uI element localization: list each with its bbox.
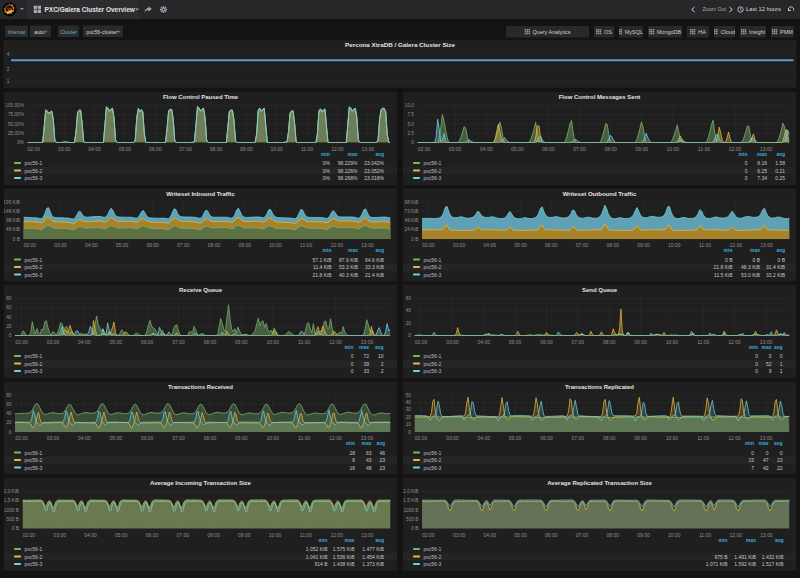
svg-text:11:00: 11:00 xyxy=(300,242,312,248)
svg-text:50: 50 xyxy=(406,393,412,398)
svg-text:0%: 0% xyxy=(323,168,331,174)
svg-text:1.477 KiB: 1.477 KiB xyxy=(362,546,384,552)
svg-text:03:00: 03:00 xyxy=(47,435,60,441)
svg-text:49 KiB: 49 KiB xyxy=(405,218,419,223)
svg-text:max: max xyxy=(761,344,771,350)
svg-text:60: 60 xyxy=(6,402,12,407)
svg-text:08:00: 08:00 xyxy=(210,146,223,152)
svg-text:pxc56-2: pxc56-2 xyxy=(424,457,442,463)
svg-text:0%: 0% xyxy=(323,175,331,181)
svg-text:20: 20 xyxy=(6,420,12,425)
svg-text:min: min xyxy=(345,344,354,350)
svg-text:pxc56-3: pxc56-3 xyxy=(25,272,43,278)
svg-text:08:00: 08:00 xyxy=(204,339,217,345)
svg-text:pxc56-2: pxc56-2 xyxy=(424,554,442,560)
svg-text:11:00: 11:00 xyxy=(697,339,709,345)
svg-text:03:00: 03:00 xyxy=(446,435,459,441)
svg-text:21.4 KiB: 21.4 KiB xyxy=(365,272,385,278)
svg-text:pxc56-1: pxc56-1 xyxy=(424,160,442,166)
svg-text:2.5: 2.5 xyxy=(407,131,414,136)
svg-text:09:00: 09:00 xyxy=(238,242,251,248)
svg-text:0: 0 xyxy=(351,353,354,359)
svg-text:12:00: 12:00 xyxy=(331,146,344,152)
svg-text:0: 0 xyxy=(411,140,414,145)
svg-text:min: min xyxy=(745,440,754,446)
svg-text:4: 4 xyxy=(7,52,10,57)
svg-text:12:00: 12:00 xyxy=(728,339,741,345)
svg-text:05:00: 05:00 xyxy=(109,435,122,441)
svg-text:07:00: 07:00 xyxy=(172,339,185,345)
svg-text:13:00: 13:00 xyxy=(361,242,374,248)
svg-text:03:00: 03:00 xyxy=(54,242,67,248)
svg-text:max: max xyxy=(359,344,369,350)
svg-text:98.268%: 98.268% xyxy=(338,175,358,181)
svg-text:21.8 KiB: 21.8 KiB xyxy=(714,264,734,270)
svg-text:min: min xyxy=(749,344,758,350)
svg-text:1.575 KiB: 1.575 KiB xyxy=(333,546,355,552)
svg-text:03:00: 03:00 xyxy=(53,532,66,538)
svg-text:07:00: 07:00 xyxy=(572,435,585,441)
svg-text:pxc56-1: pxc56-1 xyxy=(424,257,442,263)
svg-text:40: 40 xyxy=(6,315,12,320)
svg-text:23.052%: 23.052% xyxy=(364,168,384,174)
svg-text:13:00: 13:00 xyxy=(760,242,773,248)
svg-text:10:00: 10:00 xyxy=(666,435,679,441)
svg-text:avg: avg xyxy=(376,440,385,446)
svg-text:11:00: 11:00 xyxy=(698,146,710,152)
svg-text:pxc56-2: pxc56-2 xyxy=(25,168,43,174)
svg-text:31.4 KiB: 31.4 KiB xyxy=(766,264,786,270)
svg-text:195 KiB: 195 KiB xyxy=(4,200,20,205)
svg-text:09:00: 09:00 xyxy=(235,435,248,441)
svg-text:pxc56-1: pxc56-1 xyxy=(25,257,43,263)
svg-text:11:00: 11:00 xyxy=(298,339,310,345)
svg-text:02:00: 02:00 xyxy=(415,339,428,345)
svg-text:pxc56-1: pxc56-1 xyxy=(25,450,43,456)
svg-text:pxc56-3: pxc56-3 xyxy=(424,272,442,278)
svg-text:03:00: 03:00 xyxy=(58,146,71,152)
svg-text:04:00: 04:00 xyxy=(78,339,91,345)
svg-text:06:00: 06:00 xyxy=(545,532,558,538)
svg-text:72: 72 xyxy=(363,353,369,359)
svg-text:1.052 KiB: 1.052 KiB xyxy=(306,546,328,552)
svg-text:12:00: 12:00 xyxy=(329,435,342,441)
svg-text:20: 20 xyxy=(6,324,12,329)
svg-text:02:00: 02:00 xyxy=(418,146,431,152)
svg-text:64.6 KiB: 64.6 KiB xyxy=(365,257,385,263)
svg-text:pxc56-3: pxc56-3 xyxy=(25,465,43,471)
svg-text:08:00: 08:00 xyxy=(207,532,220,538)
svg-text:0.21: 0.21 xyxy=(775,168,785,174)
svg-text:pxc56-3: pxc56-3 xyxy=(424,465,442,471)
svg-text:avg: avg xyxy=(774,344,783,350)
svg-text:10: 10 xyxy=(406,422,412,427)
svg-text:5.0: 5.0 xyxy=(407,122,414,127)
svg-text:05:00: 05:00 xyxy=(514,532,527,538)
svg-text:0 B: 0 B xyxy=(777,257,785,263)
svg-text:04:00: 04:00 xyxy=(477,435,490,441)
svg-text:87.9 KiB: 87.9 KiB xyxy=(339,257,359,263)
svg-text:1.071 KiB: 1.071 KiB xyxy=(706,561,728,567)
svg-text:914 B: 914 B xyxy=(314,561,328,567)
svg-text:pxc56-1: pxc56-1 xyxy=(424,450,442,456)
svg-text:05:00: 05:00 xyxy=(509,435,522,441)
svg-text:7.5: 7.5 xyxy=(407,112,414,117)
svg-text:13:00: 13:00 xyxy=(361,532,374,538)
svg-text:11.4 KiB: 11.4 KiB xyxy=(313,264,332,270)
svg-text:09:00: 09:00 xyxy=(240,146,253,152)
svg-text:pxc56-2: pxc56-2 xyxy=(25,457,43,463)
svg-text:05:00: 05:00 xyxy=(116,242,129,248)
svg-text:16: 16 xyxy=(349,465,355,471)
svg-text:40: 40 xyxy=(406,400,412,405)
svg-text:2.0 KiB: 2.0 KiB xyxy=(4,489,19,494)
svg-text:0 B: 0 B xyxy=(411,526,418,531)
svg-text:avg: avg xyxy=(776,247,785,253)
svg-text:09:00: 09:00 xyxy=(238,532,251,538)
svg-text:500 B: 500 B xyxy=(406,517,418,522)
svg-text:pxc56-3: pxc56-3 xyxy=(424,175,442,181)
svg-text:0: 0 xyxy=(745,160,748,166)
svg-text:75.00%: 75.00% xyxy=(8,112,25,117)
svg-text:1.041 KiB: 1.041 KiB xyxy=(306,554,328,560)
svg-text:07:00: 07:00 xyxy=(576,242,589,248)
svg-text:10:00: 10:00 xyxy=(269,532,282,538)
svg-text:08:00: 08:00 xyxy=(603,435,616,441)
svg-text:0: 0 xyxy=(780,450,783,456)
